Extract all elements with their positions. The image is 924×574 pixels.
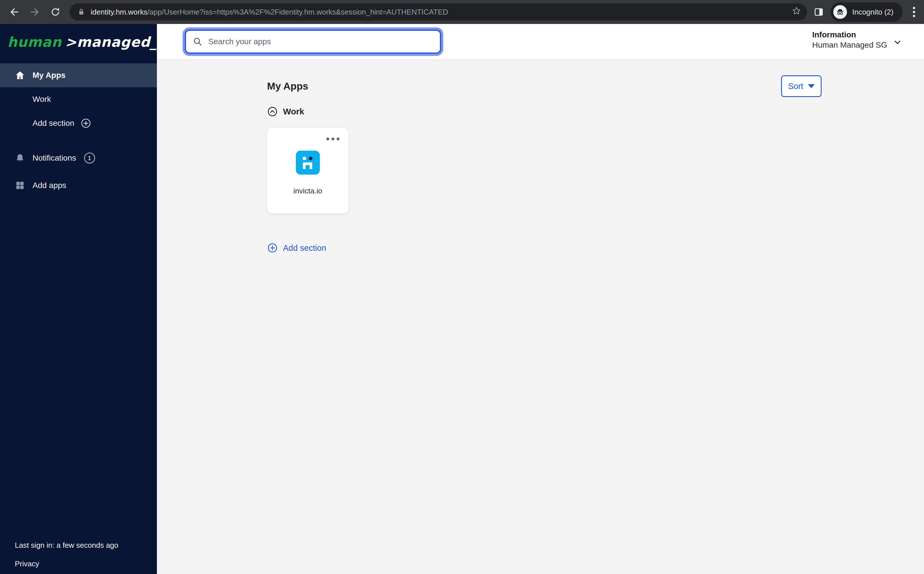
app-name: invicta.io [267,186,348,196]
main-area: Information Human Managed SG My Apps Sor… [157,24,924,574]
sidebar-item-add-apps[interactable]: Add apps [0,173,157,197]
lock-icon [77,8,85,16]
org-title: Information [812,30,887,39]
reload-icon [50,7,60,17]
search-box [185,30,441,54]
search-icon [193,37,203,46]
sidebar-nav: My Apps Work Add section Notifications 1 [0,63,157,197]
side-panel-icon [814,7,823,17]
add-section-link[interactable]: Add section [267,243,326,253]
plus-circle-icon [80,118,91,129]
card-menu-button[interactable] [325,136,341,142]
back-icon [9,6,20,17]
chevron-down-icon[interactable] [893,38,902,47]
add-section-label: Add section [283,243,326,253]
plus-circle-icon [267,243,278,253]
side-panel-button[interactable] [814,7,823,17]
star-icon [792,6,801,16]
bookmark-star-button[interactable] [792,6,801,18]
forward-icon [29,6,40,17]
app-logo: human >managed_ [0,24,157,60]
logo-managed: >managed_ [65,34,157,50]
bell-icon [15,153,25,163]
incognito-badge: Incognito (2) [831,2,903,22]
section-name: Work [283,107,304,117]
content-area: My Apps Sort Work invicta.io [157,60,924,574]
browser-menu-button[interactable] [911,5,918,19]
logo-human: human [8,34,61,50]
sidebar-item-work[interactable]: Work [0,87,157,111]
page-title: My Apps [267,80,308,92]
browser-toolbar: identity.hm.works/app/UserHome?iss=https… [0,0,924,24]
reload-button[interactable] [47,3,64,20]
caret-down-icon [808,84,815,88]
sidebar-footer: Last sign in: a few seconds ago Privacy [0,541,157,574]
privacy-link[interactable]: Privacy [15,560,157,568]
sidebar-item-label: Work [33,95,51,104]
incognito-icon [836,8,845,17]
back-button[interactable] [6,3,23,20]
url-path: /app/UserHome?iss=https%3A%2F%2Fidentity… [148,8,448,16]
notification-count-badge: 1 [84,153,95,164]
org-selector[interactable]: Information Human Managed SG [812,30,887,50]
sort-label: Sort [788,82,803,91]
sidebar-item-label: My Apps [33,71,66,80]
sidebar-item-my-apps[interactable]: My Apps [0,63,157,87]
app-card[interactable]: invicta.io [267,128,348,213]
incognito-avatar [833,5,847,19]
org-name: Human Managed SG [812,41,887,50]
search-input[interactable] [208,37,433,46]
home-icon [15,70,25,80]
sidebar-item-label: Add section [33,119,74,128]
sidebar-item-label: Notifications [33,153,76,162]
invicta-app-icon [296,151,320,175]
collapse-circle-icon[interactable] [267,106,278,117]
address-bar[interactable]: identity.hm.works/app/UserHome?iss=https… [69,3,807,20]
url-domain: identity.hm.works [91,8,148,16]
page-header: Information Human Managed SG [157,24,924,60]
url-text: identity.hm.works/app/UserHome?iss=https… [91,8,448,17]
sidebar-item-label: Add apps [33,181,66,190]
sidebar-item-notifications[interactable]: Notifications 1 [0,146,157,170]
sidebar-item-add-section[interactable]: Add section [0,111,157,135]
sidebar: human >managed_ My Apps Work Add section [0,24,157,574]
grid-icon [15,181,25,190]
last-sign-in-text: Last sign in: a few seconds ago [15,541,157,550]
section-header-work[interactable]: Work [267,106,822,118]
sort-button[interactable]: Sort [781,75,822,97]
forward-button[interactable] [26,3,43,20]
incognito-label: Incognito (2) [852,8,894,17]
